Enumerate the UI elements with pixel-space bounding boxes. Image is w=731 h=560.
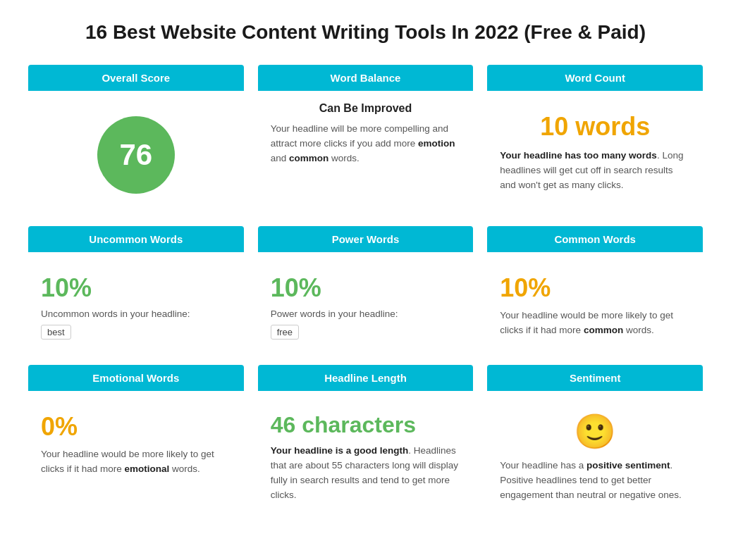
- power-words-card: Power Words 10% Power words in your head…: [258, 226, 474, 351]
- overall-score-card: Overall Score 76: [28, 65, 244, 212]
- power-words-body: 10% Power words in your headline: free: [258, 252, 474, 351]
- uncommon-words-pct: 10%: [41, 273, 231, 303]
- overall-score-header: Overall Score: [28, 65, 244, 91]
- headline-length-card: Headline Length 46 characters Your headl…: [258, 365, 474, 514]
- word-count-card: Word Count 10 words Your headline has to…: [487, 65, 703, 212]
- wb-bold2: common: [289, 153, 328, 163]
- word-count-body: 10 words Your headline has too many word…: [487, 91, 703, 212]
- score-value: 76: [119, 138, 152, 172]
- page-title: 16 Best Website Content Writing Tools In…: [28, 21, 703, 44]
- emotional-words-card: Emotional Words 0% Your headline would b…: [28, 365, 244, 514]
- word-count-value: 10 words: [500, 112, 690, 142]
- uncommon-words-label: Uncommon words in your headline:: [41, 309, 231, 319]
- word-count-header: Word Count: [487, 65, 703, 91]
- common-words-card: Common Words 10% Your headline would be …: [487, 226, 703, 351]
- sentiment-desc: Your headline has a positive sentiment. …: [500, 459, 690, 503]
- wb-mid: and: [271, 153, 289, 163]
- sent-desc-text: Your headline has a: [500, 460, 586, 471]
- score-circle: 76: [97, 116, 175, 194]
- uncommon-words-tag: best: [41, 325, 71, 340]
- common-words-pct: 10%: [500, 273, 690, 303]
- emotional-words-pct: 0%: [41, 412, 231, 442]
- sent-desc-bold: positive sentiment: [586, 460, 670, 471]
- cw-desc-end: words.: [623, 325, 654, 335]
- wc-desc-bold: Your headline has too many words: [500, 150, 657, 161]
- main-grid: Overall Score 76 Word Balance Can Be Imp…: [28, 65, 703, 514]
- headline-length-header: Headline Length: [258, 365, 474, 391]
- headline-length-value: 46 characters: [271, 412, 461, 438]
- power-words-pct: 10%: [271, 273, 461, 303]
- uncommon-words-body: 10% Uncommon words in your headline: bes…: [28, 252, 244, 351]
- word-balance-body: Can Be Improved Your headline will be mo…: [258, 91, 474, 212]
- headline-length-desc: Your headline is a good length. Headline…: [271, 444, 461, 503]
- common-words-body: 10% Your headline would be more likely t…: [487, 252, 703, 351]
- score-circle-wrapper: 76: [41, 102, 231, 201]
- word-balance-subtitle: Can Be Improved: [271, 102, 461, 115]
- ew-desc-bold: emotional: [125, 463, 170, 474]
- word-count-desc: Your headline has too many words. Long h…: [500, 149, 690, 193]
- common-words-desc: Your headline would be more likely to ge…: [500, 309, 690, 338]
- wb-bold1: emotion: [418, 138, 455, 149]
- overall-score-body: 76: [28, 91, 244, 212]
- emotional-words-header: Emotional Words: [28, 365, 244, 391]
- power-words-header: Power Words: [258, 226, 474, 252]
- common-words-header: Common Words: [487, 226, 703, 252]
- power-words-tag: free: [271, 325, 299, 340]
- hl-desc-bold: Your headline is a good length: [271, 445, 409, 456]
- word-balance-desc: Your headline will be more compelling an…: [271, 122, 461, 166]
- ew-desc-end: words.: [169, 463, 200, 474]
- sentiment-card: Sentiment 🙂 Your headline has a positive…: [487, 365, 703, 514]
- cw-desc-bold: common: [584, 325, 623, 335]
- word-balance-card: Word Balance Can Be Improved Your headli…: [258, 65, 474, 212]
- sentiment-emoji: 🙂: [500, 412, 690, 452]
- sentiment-header: Sentiment: [487, 365, 703, 391]
- headline-length-body: 46 characters Your headline is a good le…: [258, 391, 474, 514]
- uncommon-words-card: Uncommon Words 10% Uncommon words in you…: [28, 226, 244, 351]
- emotional-words-desc: Your headline would be more likely to ge…: [41, 447, 231, 477]
- power-words-label: Power words in your headline:: [271, 309, 461, 319]
- sentiment-body: 🙂 Your headline has a positive sentiment…: [487, 391, 703, 514]
- uncommon-words-header: Uncommon Words: [28, 226, 244, 252]
- wb-end: words.: [328, 153, 360, 163]
- emotional-words-body: 0% Your headline would be more likely to…: [28, 391, 244, 514]
- word-balance-header: Word Balance: [258, 65, 474, 91]
